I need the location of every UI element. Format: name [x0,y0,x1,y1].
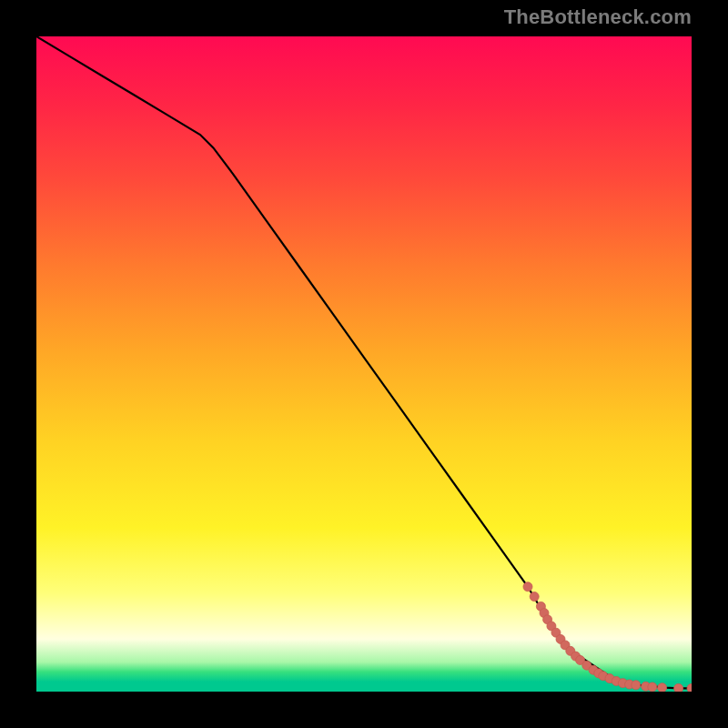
plot-area [36,36,692,692]
marker-dot [523,582,532,592]
overlay-svg [36,36,692,692]
marker-dot [632,681,641,690]
marker-dot [687,683,692,692]
marker-dot [530,592,539,602]
chart-frame: TheBottleneck.com [0,0,728,728]
scatter-markers [523,582,692,692]
main-curve [36,36,692,688]
marker-dot [658,683,667,692]
marker-dot [648,682,657,692]
marker-dot [674,683,683,692]
watermark-text: TheBottleneck.com [504,5,692,29]
